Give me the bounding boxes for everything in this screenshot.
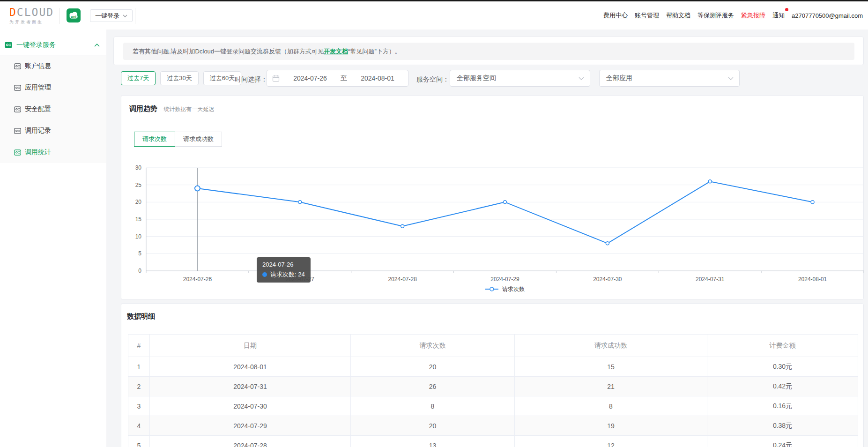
trend-title: 调用趋势	[129, 104, 157, 112]
notice-text-after: “常见问题”下方）。	[348, 48, 401, 55]
data-detail-table: #日期请求次数请求成功数计费金额12024-08-0120150.30元2202…	[128, 334, 858, 447]
dev-docs-link[interactable]: 开发文档	[324, 48, 348, 55]
chart-canvas[interactable]: 0510152025302024-07-262024-07-272024-07-…	[121, 156, 864, 293]
sidebar-group-one-click-login[interactable]: 一键登录服务	[0, 35, 106, 55]
table-cell: 1	[128, 357, 150, 377]
table-cell: 21	[515, 377, 707, 396]
table-cell: 4	[128, 416, 150, 436]
chart-legend[interactable]: 请求次数	[485, 286, 525, 292]
login-service-icon	[5, 41, 12, 49]
top-nav-link-security-evaluation-service[interactable]: 等保测评服务	[697, 11, 734, 20]
tooltip-series-dot	[262, 272, 267, 277]
table-cell: 3	[128, 396, 150, 416]
chevron-up-icon[interactable]	[94, 44, 100, 47]
table-row: 12024-08-0120150.30元	[128, 357, 858, 377]
date-range-label: 时间选择：	[235, 74, 267, 84]
table-cell: 2024-07-28	[150, 436, 351, 447]
svg-text:5: 5	[138, 250, 141, 257]
quick-range-last-30-days[interactable]: 过去30天	[160, 71, 198, 85]
header-divider	[59, 8, 59, 24]
sidebar-item-label: 调用统计	[25, 148, 51, 156]
chart-tooltip: 2024-07-26 请求次数: 24	[257, 257, 311, 283]
table-title: 数据明细	[127, 312, 155, 321]
unicloud-product-icon[interactable]: uni	[67, 8, 81, 22]
app-select[interactable]: 全部应用	[599, 70, 740, 87]
chevron-down-icon	[728, 77, 734, 80]
dcloud-logo-text: DCLOUD	[9, 6, 61, 18]
table-row: 52024-07-2813120.24元	[128, 436, 858, 447]
dcloud-logo[interactable]: DCLOUD 为开发者而生	[9, 6, 61, 25]
quick-range-last-7-days[interactable]: 过去7天	[121, 71, 156, 85]
table-cell: 2024-07-30	[150, 396, 351, 416]
table-cell: 2024-07-31	[150, 377, 351, 396]
service-space-select[interactable]: 全部服务空间	[450, 70, 590, 87]
trend-title-row: 调用趋势 统计数据有一天延迟	[129, 104, 214, 113]
sidebar-item-label: 应用管理	[25, 83, 51, 92]
sidebar-item-call-statistics[interactable]: 调用统计	[0, 142, 106, 163]
product-switcher-label: 一键登录	[95, 12, 119, 20]
sidebar-item-app-management[interactable]: 应用管理	[0, 77, 106, 98]
notice-text-before: 若有其他问题,请及时加Dcloud一键登录问题交流群反馈（加群方式可见	[133, 48, 324, 55]
table-cell: 2024-07-29	[150, 416, 351, 436]
svg-text:2024-07-30: 2024-07-30	[593, 276, 622, 283]
svg-text:2024-08-01: 2024-08-01	[798, 276, 827, 283]
top-header: DCLOUD 为开发者而生 uni 一键登录 费用中心账号管理帮助文档等保测评服…	[0, 1, 868, 30]
app-select-value: 全部应用	[606, 74, 728, 82]
top-nav-link-cost-center[interactable]: 费用中心	[603, 11, 628, 20]
sidebar-menu: 账户信息应用管理安全配置调用记录调用统计	[0, 55, 106, 163]
table-cell: 26	[351, 377, 515, 396]
top-nav-link-help-docs[interactable]: 帮助文档	[666, 11, 690, 20]
chevron-down-icon	[123, 15, 127, 17]
table-cell: 0.38元	[707, 416, 858, 436]
table-cell: 5	[128, 436, 150, 447]
request-success-tab[interactable]: 请求成功数	[175, 132, 222, 147]
chevron-down-icon	[579, 77, 584, 80]
request-count-tab[interactable]: 请求次数	[134, 132, 175, 147]
svg-text:2024-07-28: 2024-07-28	[388, 276, 417, 283]
main-content: 若有其他问题,请及时加Dcloud一键登录问题交流群反馈（加群方式可见开发文档“…	[106, 30, 868, 447]
svg-text:uni: uni	[71, 15, 76, 19]
svg-text:30: 30	[135, 164, 142, 171]
date-start-value[interactable]: 2024-07-26	[280, 74, 341, 82]
top-nav-link-notifications[interactable]: 通知	[772, 11, 785, 20]
date-end-value[interactable]: 2024-08-01	[347, 74, 408, 82]
svg-text:25: 25	[135, 182, 142, 188]
svg-text:10: 10	[135, 233, 142, 240]
table-cell: 20	[351, 357, 515, 377]
svg-text:0: 0	[138, 268, 141, 274]
table-cell: 0.16元	[707, 396, 858, 416]
sidebar-item-label: 账户信息	[25, 62, 51, 70]
sidebar-item-account-info[interactable]: 账户信息	[0, 55, 106, 77]
table-cell: 20	[351, 416, 515, 436]
metric-tabs: 请求次数请求成功数	[134, 132, 222, 147]
table-cell: 19	[515, 416, 707, 436]
top-nav-link-account-management[interactable]: 账号管理	[635, 11, 659, 20]
top-nav-link-emergency-report[interactable]: 紧急报障	[741, 11, 765, 20]
quick-range-group: 过去7天过去30天过去60天	[121, 71, 241, 85]
service-space-label: 服务空间：	[416, 74, 449, 84]
call-trend-card: 调用趋势 统计数据有一天延迟 请求次数请求成功数 051015202530202…	[121, 95, 864, 300]
column-header: 请求成功数	[515, 335, 707, 357]
sidebar-item-security-config[interactable]: 安全配置	[0, 98, 106, 120]
notice-card: 若有其他问题,请及时加Dcloud一键登录问题交流群反馈（加群方式可见开发文档“…	[113, 37, 864, 65]
top-nav: 费用中心账号管理帮助文档等保测评服务紧急报障通知a2707770500@gmai…	[603, 1, 863, 30]
product-switcher-button[interactable]: 一键登录	[90, 9, 133, 22]
app-window: DCLOUD 为开发者而生 uni 一键登录 费用中心账号管理帮助文档等保测评服…	[0, 0, 868, 447]
notification-dot	[785, 8, 788, 11]
table-cell: 8	[515, 396, 707, 416]
table-cell: 12	[515, 436, 707, 447]
tooltip-value: 请求次数: 24	[270, 270, 305, 279]
table-cell: 0.30元	[707, 357, 858, 377]
trend-subtitle: 统计数据有一天延迟	[163, 106, 214, 112]
svg-text:15: 15	[135, 216, 142, 223]
svg-text:2024-07-31: 2024-07-31	[696, 276, 725, 283]
column-header: 计费金额	[707, 335, 858, 357]
dcloud-logo-tagline: 为开发者而生	[9, 19, 61, 25]
sidebar-item-call-records[interactable]: 调用记录	[0, 120, 106, 142]
sidebar-group-label: 一键登录服务	[16, 41, 56, 49]
sidebar: 一键登录服务 账户信息应用管理安全配置调用记录调用统计	[0, 30, 107, 447]
date-range-picker[interactable]: 2024-07-26 至 2024-08-01	[267, 70, 408, 87]
trend-chart[interactable]: 0510152025302024-07-262024-07-272024-07-…	[121, 156, 864, 293]
account-email[interactable]: a2707770500@gmail.com	[792, 12, 863, 19]
table-cell: 15	[515, 357, 707, 377]
